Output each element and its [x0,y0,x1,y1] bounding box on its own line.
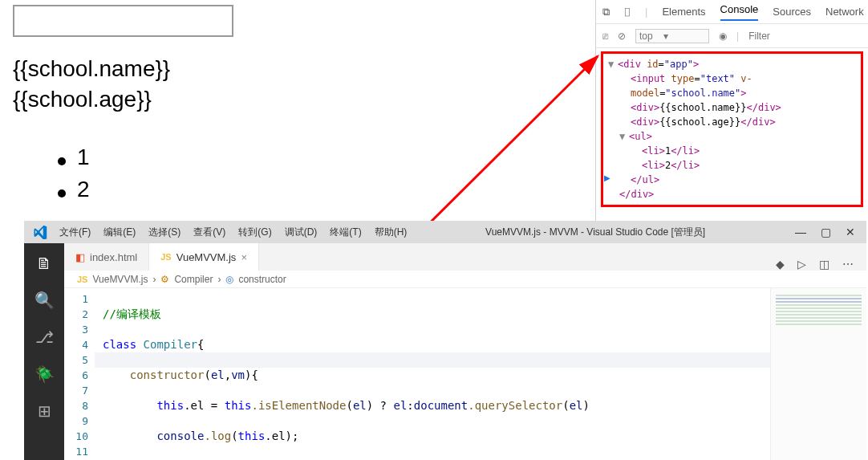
tab-console[interactable]: Console [720,3,759,21]
menu-help[interactable]: 帮助(H) [375,226,408,239]
filter-input[interactable] [748,31,805,42]
devtools-tabs: ⧉ ⌷ | Elements Console Sources Network [596,0,868,24]
maximize-button[interactable]: ▢ [821,226,831,238]
more-icon[interactable]: ⋯ [842,258,854,271]
close-button[interactable]: ✕ [846,226,855,238]
console-sidebar-icon[interactable]: ⎚ [602,31,608,42]
editor-tabs: ◧ index.html JS VueMVVM.js × ◆ ▷ ◫ ⋯ [64,243,866,271]
js-icon: JS [77,275,87,284]
menu-terminal[interactable]: 终端(T) [330,226,361,239]
debug-icon[interactable]: 🪲 [34,364,55,384]
run-icon[interactable]: ▷ [797,258,806,271]
school-age-text: {{school.age}} [13,87,152,112]
menu-goto[interactable]: 转到(G) [238,226,271,239]
method-icon: ◎ [225,274,233,285]
inspect-icon[interactable]: ⧉ [602,6,610,18]
split-icon[interactable]: ◫ [819,258,829,271]
vscode-menu: 文件(F) 编辑(E) 选择(S) 查看(V) 转到(G) 调试(D) 终端(T… [56,226,407,239]
menu-select[interactable]: 选择(S) [148,226,180,239]
menu-debug[interactable]: 调试(D) [285,226,318,239]
eye-icon[interactable]: ◉ [719,31,727,42]
activity-bar: 🗎 🔍 ⎇ 🪲 ⊞ [24,243,64,460]
scm-icon[interactable]: ⎇ [35,328,54,347]
code-area[interactable]: //编译模板 class Compiler{ constructor(el,vm… [95,288,770,460]
rendered-page: {{school.name}} {{school.age}} 1 2 [0,0,594,221]
class-icon: ⚙ [160,274,169,285]
list-item: 2 [77,177,90,202]
caret-icon: ▶ [604,173,610,182]
bullet-icon [58,189,66,197]
breadcrumb[interactable]: JS VueMVVM.js › ⚙ Compiler › ◎ construct… [64,271,866,288]
js-icon: JS [160,252,171,262]
minimap[interactable] [770,288,866,460]
context-select[interactable]: top ▾ [635,29,709,43]
search-icon[interactable]: 🔍 [34,291,55,310]
current-line-highlight [95,352,866,368]
device-icon[interactable]: ⌷ [624,6,631,18]
tab-vuemvvm-js[interactable]: JS VueMVVM.js × [149,243,259,271]
window-title: VueMVVM.js - MVVM - Visual Studio Code [… [407,226,784,239]
menu-edit[interactable]: 编辑(E) [103,226,136,239]
explorer-icon[interactable]: 🗎 [36,254,52,273]
line-gutter: 123 456 789 1011 [64,288,95,460]
tab-sources[interactable]: Sources [773,6,811,18]
console-output: ▼<div id="app"> <input type="text" v-mod… [601,51,863,207]
tab-elements[interactable]: Elements [662,6,705,18]
extensions-icon[interactable]: ⊞ [38,401,51,421]
list-item: 1 [77,145,90,170]
menu-view[interactable]: 查看(V) [193,226,225,239]
tab-index-html[interactable]: ◧ index.html [64,243,149,271]
html-icon: ◧ [75,251,85,263]
devtools-panel: ⧉ ⌷ | Elements Console Sources Network ⎚… [595,0,868,221]
devtools-filterbar: ⎚ ⊘ top ▾ ◉ | [596,24,868,48]
vscode-window: 文件(F) 编辑(E) 选择(S) 查看(V) 转到(G) 调试(D) 终端(T… [24,221,866,460]
vscode-logo-icon [29,221,51,243]
close-tab-icon[interactable]: × [241,251,247,263]
school-name-text: {{school.name}} [13,56,170,82]
minimize-button[interactable]: — [795,226,806,238]
vscode-titlebar: 文件(F) 编辑(E) 选择(S) 查看(V) 转到(G) 调试(D) 终端(T… [24,221,866,243]
bullet-icon [58,157,66,165]
tab-network[interactable]: Network [825,6,864,18]
clear-console-icon[interactable]: ⊘ [618,31,626,42]
school-name-input[interactable] [13,5,233,37]
menu-file[interactable]: 文件(F) [59,226,91,239]
compare-icon[interactable]: ◆ [776,258,785,271]
code-editor[interactable]: 123 456 789 1011 //编译模板 class Compiler{ … [64,288,866,460]
